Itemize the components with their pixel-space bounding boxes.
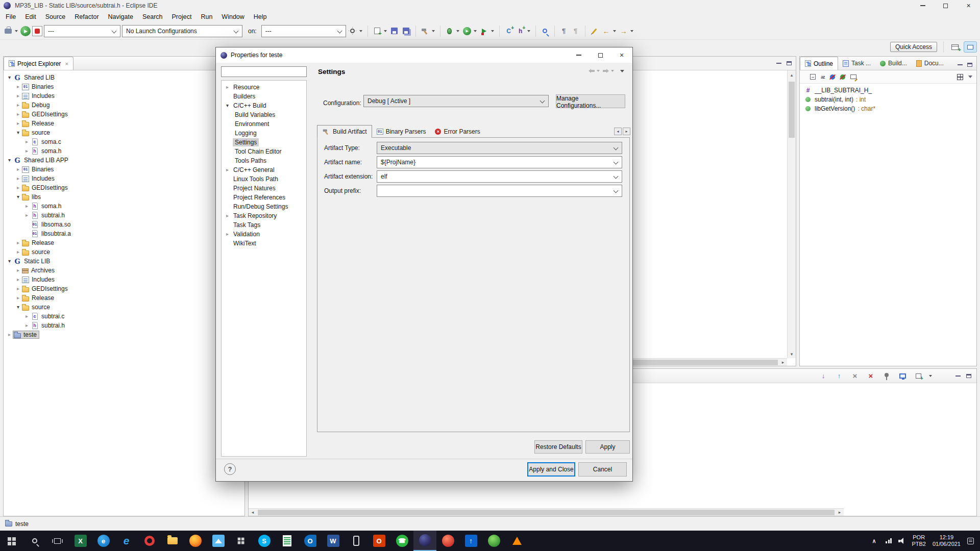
quick-access-button[interactable]: Quick Access bbox=[890, 42, 937, 52]
back-dropdown-caret[interactable] bbox=[613, 30, 616, 32]
scroll-down-icon[interactable] bbox=[818, 370, 828, 382]
run-dropdown-caret[interactable] bbox=[474, 30, 477, 32]
console-horizontal-scrollbar[interactable]: ◂ ▸ bbox=[249, 508, 844, 516]
tree-item[interactable]: source bbox=[4, 303, 244, 312]
tab-scroll-right[interactable]: ▸ bbox=[623, 128, 630, 135]
scroll-up-icon[interactable] bbox=[834, 370, 844, 382]
toolbox-icon[interactable] bbox=[3, 26, 13, 37]
taskbar-app-file-explorer[interactable] bbox=[161, 531, 184, 551]
tree-item[interactable]: GShared LIB bbox=[4, 73, 244, 82]
nav-item-tool-chain-editor[interactable]: Tool Chain Editor bbox=[222, 147, 306, 156]
run-icon[interactable] bbox=[462, 26, 472, 37]
tree-item[interactable]: Includes bbox=[4, 91, 244, 101]
tab-outline[interactable]: Outline bbox=[800, 57, 838, 70]
hide-fields-icon[interactable] bbox=[830, 74, 835, 80]
editor-vertical-scrollbar[interactable]: ▴ ▾ bbox=[787, 70, 796, 358]
artifact-extension-combo[interactable]: elf bbox=[377, 170, 622, 183]
taskbar-app-notes[interactable] bbox=[276, 531, 299, 551]
tab-build-artifact[interactable]: Build Artifact bbox=[317, 125, 372, 138]
window-maximize-button[interactable] bbox=[934, 0, 957, 11]
gear-icon[interactable] bbox=[348, 26, 358, 37]
open-perspective-icon[interactable] bbox=[950, 41, 960, 53]
tree-item[interactable]: GShared LIB APP bbox=[4, 156, 244, 165]
menu-search[interactable]: Search bbox=[138, 12, 167, 21]
volume-icon[interactable] bbox=[898, 538, 905, 544]
run-launch-button[interactable] bbox=[20, 26, 31, 37]
artifact-type-combo[interactable]: Executable bbox=[377, 142, 622, 154]
language-indicator[interactable]: POR PTB2 bbox=[912, 534, 926, 547]
external-tools-icon[interactable] bbox=[479, 26, 489, 37]
forward-history-caret[interactable] bbox=[611, 70, 614, 72]
taskbar-app-skype[interactable]: S bbox=[253, 531, 276, 551]
nav-item-linux-tools-path[interactable]: Linux Tools Path bbox=[222, 174, 306, 184]
remove-all-launches-icon[interactable] bbox=[866, 370, 876, 382]
nav-item-environment[interactable]: Environment bbox=[222, 119, 306, 129]
tree-item[interactable]: source bbox=[4, 247, 244, 257]
link-with-editor-icon[interactable] bbox=[850, 74, 856, 79]
nav-item-wikitext[interactable]: WikiText bbox=[222, 239, 306, 248]
save-icon[interactable] bbox=[389, 26, 400, 37]
new-header-icon[interactable]: h bbox=[516, 26, 526, 37]
taskbar-app-whatsapp[interactable] bbox=[390, 531, 413, 551]
view-menu-icon[interactable] bbox=[968, 76, 972, 78]
start-button[interactable] bbox=[0, 531, 23, 551]
tree-item[interactable]: Includes bbox=[4, 275, 244, 284]
taskbar-app-green[interactable] bbox=[482, 531, 505, 551]
nav-item-run-debug-settings[interactable]: Run/Debug Settings bbox=[222, 202, 306, 211]
gear-dropdown-caret[interactable] bbox=[359, 30, 362, 32]
scrollbar-thumb[interactable] bbox=[789, 82, 795, 138]
taskbar-app-opera[interactable] bbox=[138, 531, 161, 551]
new-wizard-icon[interactable] bbox=[372, 26, 382, 37]
taskbar-app-word[interactable]: W bbox=[322, 531, 345, 551]
tree-item[interactable]: hsubtrai.h bbox=[4, 211, 244, 220]
show-whitespace-icon[interactable]: ¶ bbox=[571, 26, 581, 37]
tree-item[interactable]: 01libsoma.so bbox=[4, 220, 244, 229]
nav-item-builders[interactable]: Builders bbox=[222, 92, 306, 101]
tree-item[interactable]: Release bbox=[4, 119, 244, 128]
taskbar-app-firefox[interactable] bbox=[184, 531, 207, 551]
tree-item[interactable]: Debug bbox=[4, 101, 244, 110]
tree-item[interactable]: hsubtrai.h bbox=[4, 321, 244, 330]
taskbar-app-your-phone[interactable] bbox=[345, 531, 368, 551]
launch-configuration-combo[interactable]: No Launch Configurations bbox=[122, 25, 242, 37]
tree-item[interactable]: GEDIsettings bbox=[4, 110, 244, 119]
tree-item[interactable]: 01Binaries bbox=[4, 165, 244, 174]
taskbar-app-vlc[interactable] bbox=[505, 531, 528, 551]
tree-item-selected[interactable]: teste bbox=[4, 330, 244, 339]
editor-minimize-icon[interactable] bbox=[776, 63, 781, 64]
taskbar-app-edge[interactable]: e bbox=[92, 531, 115, 551]
nav-item-cpp-general[interactable]: C/C++ General bbox=[222, 165, 306, 174]
last-edit-location-icon[interactable] bbox=[590, 26, 600, 37]
view-maximize-icon[interactable] bbox=[967, 63, 972, 67]
tab-task-list[interactable]: Task ... bbox=[838, 57, 875, 70]
window-minimize-button[interactable] bbox=[911, 0, 934, 11]
tree-item[interactable]: Includes bbox=[4, 174, 244, 183]
tree-item[interactable]: hsoma.h bbox=[4, 146, 244, 156]
display-console-icon[interactable] bbox=[897, 370, 908, 382]
scroll-up-arrow[interactable]: ▴ bbox=[788, 70, 796, 79]
tree-item[interactable]: csoma.c bbox=[4, 137, 244, 146]
nav-item-task-repository[interactable]: Task Repository bbox=[222, 211, 306, 220]
view-minimize-icon[interactable] bbox=[955, 375, 961, 377]
cancel-button[interactable]: Cancel bbox=[578, 462, 627, 477]
tab-scroll-left[interactable]: ◂ bbox=[614, 128, 622, 135]
collapse-all-icon[interactable] bbox=[810, 74, 816, 80]
nav-item-task-tags[interactable]: Task Tags bbox=[222, 220, 306, 230]
manage-configurations-button[interactable]: Manage Configurations... bbox=[556, 94, 625, 108]
scroll-right-arrow[interactable]: ▸ bbox=[836, 509, 844, 516]
launch-target-combo[interactable]: --- bbox=[44, 25, 120, 37]
tab-binary-parsers[interactable]: 01Binary Parsers bbox=[372, 126, 431, 138]
dialog-close-button[interactable]: × bbox=[611, 47, 632, 63]
view-menu-icon[interactable] bbox=[620, 70, 624, 72]
menu-window[interactable]: Window bbox=[217, 12, 249, 21]
menu-help[interactable]: Help bbox=[249, 12, 272, 21]
network-icon[interactable] bbox=[886, 538, 892, 543]
taskbar-app-chrome[interactable] bbox=[436, 531, 459, 551]
view-maximize-icon[interactable] bbox=[966, 374, 971, 378]
open-console-caret[interactable] bbox=[929, 375, 932, 377]
tree-item[interactable]: Archives bbox=[4, 266, 244, 275]
taskbar-app-eclipse[interactable] bbox=[413, 531, 436, 551]
taskbar-app-office[interactable]: O bbox=[368, 531, 390, 551]
tree-item[interactable]: Release bbox=[4, 238, 244, 247]
nav-item-logging[interactable]: Logging bbox=[222, 129, 306, 138]
